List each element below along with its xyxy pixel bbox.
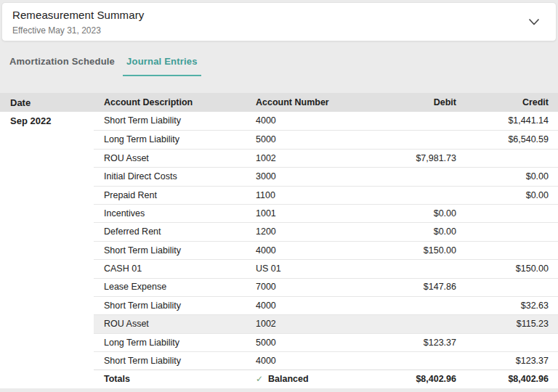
cell-account-number: 1200 (255, 222, 342, 240)
cell-debit (342, 314, 456, 332)
table-row: Sep 2022 Short Term Liability 4000 $1,44… (0, 112, 558, 130)
cell-debit (342, 130, 456, 148)
table-row: Short Term Liability 4000 $32.63 (0, 296, 558, 314)
cell-debit (342, 296, 456, 314)
cell-account-number: 4000 (255, 351, 342, 369)
cell-account-description: Short Term Liability (94, 351, 255, 369)
tab-amortization-schedule[interactable]: Amortization Schedule (6, 56, 118, 76)
cell-account-description: Lease Expense (94, 278, 255, 296)
cell-credit: $115.23 (456, 314, 558, 332)
journal-entries-table: Date Account Description Account Number … (0, 93, 558, 388)
cell-date (0, 186, 94, 204)
cell-account-description: ROU Asset (94, 149, 255, 167)
collapse-panel-button[interactable] (528, 16, 540, 28)
cell-credit: $6,540.59 (456, 130, 558, 148)
cell-credit: $32.63 (456, 296, 558, 314)
cell-debit (342, 167, 456, 185)
cell-credit (456, 204, 558, 222)
cell-credit: $0.00 (456, 186, 558, 204)
cell-account-number: 1002 (255, 314, 342, 332)
tab-journal-entries[interactable]: Journal Entries (123, 56, 201, 76)
cell-date (0, 241, 94, 259)
check-icon: ✓ (256, 375, 263, 383)
cell-date (0, 296, 94, 314)
cell-credit (456, 222, 558, 240)
chevron-down-icon (529, 19, 539, 25)
cell-account-number: 4000 (255, 296, 342, 314)
table-row: Short Term Liability 4000 $123.37 (0, 351, 558, 369)
cell-debit: $147.86 (342, 278, 456, 296)
table-row: ROU Asset 1002 $115.23 (0, 314, 558, 332)
totals-label: Totals (94, 369, 255, 388)
cell-account-number: 1001 (255, 204, 342, 222)
cell-debit: $123.37 (342, 333, 456, 351)
cell-credit (456, 241, 558, 259)
cell-account-number: 3000 (255, 167, 342, 185)
tab-bar: Amortization ScheduleJournal Entries (4, 52, 558, 76)
cell-account-description: Long Term Liability (94, 130, 255, 148)
column-header-debit: Debit (342, 93, 456, 112)
cell-account-number: 7000 (255, 278, 342, 296)
cell-account-description: Incentives (94, 204, 255, 222)
table-row: Lease Expense 7000 $147.86 (0, 278, 558, 296)
cell-account-description: Short Term Liability (94, 241, 255, 259)
balanced-label: Balanced (268, 375, 309, 384)
table-header-row: Date Account Description Account Number … (0, 93, 558, 112)
cell-debit (342, 259, 456, 277)
column-header-account-number: Account Number (255, 93, 342, 112)
table-row: Prepaid Rent 1100 $0.00 (0, 186, 558, 204)
cell-account-description: Short Term Liability (94, 296, 255, 314)
cell-credit: $1,441.14 (456, 112, 558, 130)
cell-account-number: 4000 (255, 241, 342, 259)
table-row: Initial Direct Costs 3000 $0.00 (0, 167, 558, 185)
table-row: Long Term Liability 5000 $123.37 (0, 333, 558, 351)
cell-account-description: Initial Direct Costs (94, 167, 255, 185)
cell-account-number: 5000 (255, 130, 342, 148)
card-text: Remeasurement Summary Effective May 31, … (12, 9, 144, 36)
cell-account-description: Prepaid Rent (94, 186, 255, 204)
balanced-status: ✓ Balanced (255, 369, 342, 388)
cell-debit (342, 351, 456, 369)
cell-date: Sep 2022 (0, 112, 94, 130)
table-row: Deferred Rent 1200 $0.00 (0, 222, 558, 240)
column-header-account-description: Account Description (94, 93, 255, 112)
cell-credit: $0.00 (456, 167, 558, 185)
cell-date (0, 278, 94, 296)
table-row: Incentives 1001 $0.00 (0, 204, 558, 222)
cell-account-description: ROU Asset (94, 314, 255, 332)
column-header-date: Date (0, 93, 94, 112)
cell-account-description: Deferred Rent (94, 222, 255, 240)
cell-date (0, 314, 94, 332)
cell-date (0, 149, 94, 167)
totals-date-cell (0, 369, 94, 388)
remeasurement-summary-card: Remeasurement Summary Effective May 31, … (1, 2, 557, 41)
table-row: CASH 01 US 01 $150.00 (0, 259, 558, 277)
cell-date (0, 333, 94, 351)
cell-debit: $150.00 (342, 241, 456, 259)
table-row: Short Term Liability 4000 $150.00 (0, 241, 558, 259)
cell-account-number: 5000 (255, 333, 342, 351)
totals-debit: $8,402.96 (342, 369, 456, 388)
cell-date (0, 259, 94, 277)
totals-credit: $8,402.96 (456, 369, 558, 388)
cell-account-description: CASH 01 (94, 259, 255, 277)
cell-account-number: 1002 (255, 149, 342, 167)
table-row: Long Term Liability 5000 $6,540.59 (0, 130, 558, 148)
table-body: Sep 2022 Short Term Liability 4000 $1,44… (0, 112, 558, 369)
cell-account-number: 4000 (255, 112, 342, 130)
cell-debit (342, 112, 456, 130)
cell-debit: $0.00 (342, 222, 456, 240)
cell-account-number: US 01 (255, 259, 342, 277)
cell-account-description: Short Term Liability (94, 112, 255, 130)
table-row: ROU Asset 1002 $7,981.73 (0, 149, 558, 167)
cell-date (0, 222, 94, 240)
cell-credit (456, 278, 558, 296)
cell-date (0, 130, 94, 148)
cell-date (0, 167, 94, 185)
page-title: Remeasurement Summary (12, 9, 144, 21)
cell-date (0, 351, 94, 369)
column-header-credit: Credit (456, 93, 558, 112)
totals-row: Totals ✓ Balanced $8,402.96 $8,402.96 (0, 369, 558, 388)
cell-credit (456, 149, 558, 167)
cell-debit (342, 186, 456, 204)
